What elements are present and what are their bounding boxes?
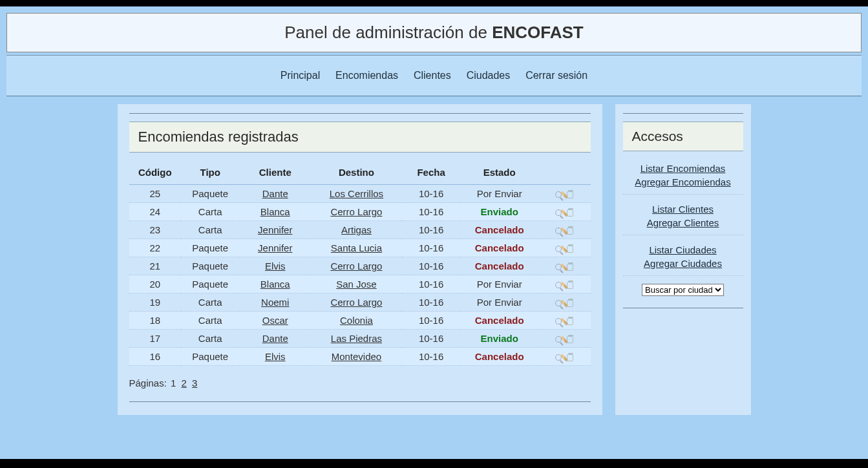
status-text: Por Enviar bbox=[477, 188, 522, 199]
cell-codigo: 22 bbox=[129, 239, 181, 257]
delete-icon[interactable] bbox=[567, 282, 573, 289]
delete-icon[interactable] bbox=[567, 191, 573, 198]
side-panel: Accesos Listar Encomiendas Agregar Encom… bbox=[615, 104, 751, 415]
cell-estado: Enviado bbox=[460, 203, 538, 221]
cell-fecha: 10-16 bbox=[402, 257, 461, 275]
table-row: 19CartaNoemiCerro Largo10-16Por Enviar bbox=[129, 293, 591, 312]
link-agregar-clientes[interactable]: Agregar Clientes bbox=[623, 216, 743, 229]
delete-icon[interactable] bbox=[567, 264, 573, 271]
link-cliente[interactable]: Elvis bbox=[265, 351, 286, 362]
table-row: 21PaqueteElvisCerro Largo10-16Cancelado bbox=[129, 257, 591, 275]
nav-cerrar-sesion[interactable]: Cerrar sesión bbox=[525, 70, 587, 81]
link-destino[interactable]: Santa Lucia bbox=[331, 242, 382, 253]
delete-icon[interactable] bbox=[567, 354, 573, 361]
cell-tipo: Carta bbox=[181, 312, 240, 330]
cell-codigo: 21 bbox=[129, 257, 181, 275]
link-listar-clientes[interactable]: Listar Clientes bbox=[623, 202, 743, 216]
cell-tipo: Carta bbox=[181, 330, 240, 348]
link-cliente[interactable]: Jennifer bbox=[258, 224, 292, 235]
link-cliente[interactable]: Blanca bbox=[260, 206, 290, 217]
link-agregar-ciudades[interactable]: Agregar Ciudades bbox=[623, 257, 743, 270]
link-agregar-encomiendas[interactable]: Agregar Encomiendas bbox=[623, 175, 743, 189]
link-destino[interactable]: Cerro Largo bbox=[330, 206, 382, 217]
cell-fecha: 10-16 bbox=[402, 330, 461, 348]
pager-link[interactable]: 3 bbox=[192, 378, 197, 388]
link-cliente[interactable]: Dante bbox=[262, 333, 288, 344]
delete-icon[interactable] bbox=[567, 336, 573, 343]
status-text: Enviado bbox=[480, 333, 518, 344]
table-row: 25PaqueteDanteLos Cerrillos10-16Por Envi… bbox=[129, 185, 591, 203]
cell-tipo: Paquete bbox=[181, 275, 240, 293]
delete-icon[interactable] bbox=[567, 209, 573, 217]
cell-fecha: 10-16 bbox=[402, 185, 461, 203]
status-text: Cancelado bbox=[475, 315, 524, 326]
link-destino[interactable]: San Jose bbox=[336, 279, 377, 290]
cell-tipo: Carta bbox=[181, 293, 240, 312]
status-text: Por Enviar bbox=[477, 279, 522, 290]
cell-estado: Por Enviar bbox=[460, 293, 538, 312]
cell-fecha: 10-16 bbox=[402, 293, 461, 312]
col-destino: Destino bbox=[311, 163, 402, 185]
link-destino[interactable]: Artigas bbox=[341, 224, 372, 235]
main-nav: Principal Encomiendas Clientes Ciudades … bbox=[6, 55, 862, 96]
cell-cliente: Blanca bbox=[239, 203, 311, 221]
link-cliente[interactable]: Jennifer bbox=[258, 242, 292, 253]
cell-actions bbox=[538, 221, 591, 239]
page-title: Panel de administración de ENCOFAST bbox=[7, 23, 861, 43]
table-row: 16PaqueteElvisMontevideo10-16Cancelado bbox=[129, 348, 591, 366]
table-row: 17CartaDanteLas Piedras10-16Enviado bbox=[129, 330, 591, 348]
cell-actions bbox=[538, 293, 591, 312]
cell-cliente: Blanca bbox=[239, 275, 311, 293]
link-destino[interactable]: Las Piedras bbox=[331, 333, 382, 344]
link-cliente[interactable]: Elvis bbox=[265, 261, 286, 271]
delete-icon[interactable] bbox=[567, 318, 573, 325]
city-search-select[interactable]: Buscar por ciudad bbox=[642, 284, 724, 296]
col-codigo: Código bbox=[129, 163, 181, 185]
pager-link[interactable]: 2 bbox=[182, 378, 187, 388]
nav-encomiendas[interactable]: Encomiendas bbox=[335, 70, 398, 81]
cell-estado: Por Enviar bbox=[460, 275, 538, 293]
cell-destino: Cerro Largo bbox=[311, 203, 402, 221]
cell-codigo: 25 bbox=[129, 185, 181, 203]
cell-destino: Los Cerrillos bbox=[311, 185, 402, 203]
encomiendas-table: Código Tipo Cliente Destino Fecha Estado… bbox=[129, 163, 591, 366]
pager-label: Páginas: bbox=[129, 378, 167, 388]
cell-actions bbox=[538, 203, 591, 221]
cell-cliente: Jennifer bbox=[239, 221, 311, 239]
nav-principal[interactable]: Principal bbox=[281, 70, 320, 81]
table-row: 24CartaBlancaCerro Largo10-16Enviado bbox=[129, 203, 591, 221]
link-listar-encomiendas[interactable]: Listar Encomiendas bbox=[623, 162, 743, 175]
cell-cliente: Dante bbox=[239, 330, 311, 348]
side-select-wrap: Buscar por ciudad bbox=[623, 284, 743, 296]
header-bar: Panel de administración de ENCOFAST bbox=[6, 13, 862, 52]
cell-cliente: Dante bbox=[239, 185, 311, 203]
link-cliente[interactable]: Oscar bbox=[262, 315, 288, 326]
main-section-title: Encomiendas registradas bbox=[129, 122, 591, 153]
delete-icon[interactable] bbox=[567, 246, 573, 253]
nav-clientes[interactable]: Clientes bbox=[414, 70, 451, 81]
cell-cliente: Oscar bbox=[239, 312, 311, 330]
cell-estado: Cancelado bbox=[460, 239, 538, 257]
nav-ciudades[interactable]: Ciudades bbox=[467, 70, 511, 81]
link-cliente[interactable]: Dante bbox=[262, 188, 288, 199]
cell-actions bbox=[538, 257, 591, 275]
link-destino[interactable]: Los Cerrillos bbox=[330, 188, 383, 199]
col-estado: Estado bbox=[460, 163, 538, 185]
table-row: 23CartaJenniferArtigas10-16Cancelado bbox=[129, 221, 591, 239]
link-destino[interactable]: Cerro Largo bbox=[330, 261, 382, 271]
link-listar-ciudades[interactable]: Listar Ciudades bbox=[623, 243, 743, 257]
delete-icon[interactable] bbox=[567, 228, 573, 235]
link-destino[interactable]: Montevideo bbox=[332, 351, 382, 362]
delete-icon[interactable] bbox=[567, 300, 573, 307]
cell-tipo: Paquete bbox=[181, 185, 240, 203]
link-cliente[interactable]: Blanca bbox=[260, 279, 290, 290]
side-title-text: Accesos bbox=[632, 129, 734, 144]
link-destino[interactable]: Colonia bbox=[340, 315, 373, 326]
status-text: Cancelado bbox=[475, 242, 524, 253]
cell-tipo: Paquete bbox=[181, 239, 240, 257]
cell-tipo: Carta bbox=[181, 203, 240, 221]
link-cliente[interactable]: Noemi bbox=[261, 297, 289, 308]
cell-cliente: Elvis bbox=[239, 257, 311, 275]
cell-estado: Cancelado bbox=[460, 257, 538, 275]
link-destino[interactable]: Cerro Largo bbox=[330, 297, 382, 308]
